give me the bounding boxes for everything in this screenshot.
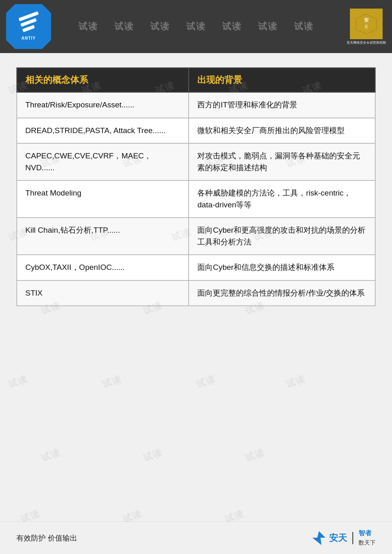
concept-table: 相关的概念体系 出现的背景 Threat/Risk/Exposure/Asset… — [16, 67, 376, 306]
header-wm-4: 试读 — [186, 20, 206, 33]
cell-right-3: 各种威胁建模的方法论，工具，risk-centric，data-driven等等 — [189, 180, 375, 218]
cell-right-4: 面向Cyber和更高强度的攻击和对抗的场景的分析工具和分析方法 — [189, 218, 375, 255]
header-watermark-row: 试读 试读 试读 试读 试读 试读 试读 — [78, 20, 314, 33]
footer: 有效防护 价值输出 安天 智者 数天下 — [0, 521, 392, 554]
footer-brand-text: 智者 数天下 — [359, 529, 376, 547]
svg-text:天: 天 — [364, 24, 368, 29]
cell-right-2: 对攻击模式，脆弱点，漏洞等各种基础的安全元素的标定和描述结构 — [189, 143, 375, 180]
footer-antiy-text: 安天 — [329, 532, 347, 544]
cell-left-1: DREAD,STRIDE,PASTA, Attack Tree...... — [17, 118, 189, 144]
wm-17: 试读 — [7, 372, 30, 391]
wm-19: 试读 — [194, 372, 218, 391]
wm-23: 试读 — [243, 446, 267, 464]
table-row: Threat Modeling各种威胁建模的方法论，工具，risk-centri… — [17, 180, 375, 218]
svg-marker-0 — [356, 14, 376, 34]
footer-lightning-icon — [311, 530, 327, 546]
cell-left-3: Threat Modeling — [17, 180, 189, 218]
header-wm-7: 试读 — [294, 20, 314, 33]
wm-20: 试读 — [284, 372, 307, 391]
col2-header: 出现的背景 — [189, 68, 375, 92]
header-wm-1: 试读 — [78, 20, 98, 33]
header-wm-6: 试读 — [258, 20, 278, 33]
table-header-row: 相关的概念体系 出现的背景 — [17, 68, 375, 92]
table-row: Kill Chain,钻石分析,TTP......面向Cyber和更高强度的攻击… — [17, 218, 375, 255]
header-right-logo: 安 天 安天网络安全令训营第四期 — [347, 9, 386, 45]
logo-label: ANTIY — [22, 36, 36, 40]
wm-22: 试读 — [141, 446, 165, 464]
cell-left-4: Kill Chain,钻石分析,TTP...... — [17, 218, 189, 255]
wm-21: 试读 — [39, 446, 62, 464]
right-logo-subtitle: 安天网络安全令训营第四期 — [347, 40, 386, 45]
logo-stripe-3 — [22, 25, 35, 32]
col1-header: 相关的概念体系 — [17, 68, 189, 92]
header: ANTIY 试读 试读 试读 试读 试读 试读 试读 安 天 安天网络安全令训营… — [0, 0, 392, 53]
cell-right-0: 西方的IT管理和标准化的背景 — [189, 92, 375, 118]
header-wm-5: 试读 — [222, 20, 242, 33]
table-row: DREAD,STRIDE,PASTA, Attack Tree......微软和… — [17, 118, 375, 144]
table-row: CAPEC,CWE,CVE,CVRF，MAEC，NVD......对攻击模式，脆… — [17, 143, 375, 180]
right-logo-svg: 安 天 — [354, 13, 379, 35]
cell-left-0: Threat/Risk/Exposure/Asset...... — [17, 92, 189, 118]
footer-divider — [352, 532, 353, 544]
cell-right-5: 面向Cyber和信息交换的描述和标准体系 — [189, 255, 375, 280]
footer-right: 安天 智者 数天下 — [311, 529, 376, 547]
table-row: STIX面向更完整的综合性的情报分析/作业/交换的体系 — [17, 280, 375, 306]
svg-text:安: 安 — [364, 18, 369, 22]
cell-left-6: STIX — [17, 280, 189, 306]
cell-right-1: 微软和相关安全厂商所推出的风险管理模型 — [189, 118, 375, 144]
svg-marker-3 — [312, 531, 325, 545]
main-content: 相关的概念体系 出现的背景 Threat/Risk/Exposure/Asset… — [0, 53, 392, 314]
cell-right-6: 面向更完整的综合性的情报分析/作业/交换的体系 — [189, 280, 375, 306]
header-wm-3: 试读 — [150, 20, 170, 33]
table-row: CybOX,TAXII，OpenIOC......面向Cyber和信息交换的描述… — [17, 255, 375, 280]
antiy-logo: ANTIY — [6, 4, 51, 49]
header-watermarks: 试读 试读 试读 试读 试读 试读 试读 — [0, 0, 392, 53]
wm-18: 试读 — [100, 372, 124, 391]
cell-left-5: CybOX,TAXII，OpenIOC...... — [17, 255, 189, 280]
right-logo-box: 安 天 — [350, 9, 383, 39]
logo-inner: ANTIY — [18, 13, 40, 40]
footer-slogan: 有效防护 价值输出 — [16, 533, 77, 543]
footer-logo: 安天 智者 数天下 — [311, 529, 376, 547]
header-wm-2: 试读 — [114, 20, 134, 33]
table-row: Threat/Risk/Exposure/Asset......西方的IT管理和… — [17, 92, 375, 118]
cell-left-2: CAPEC,CWE,CVE,CVRF，MAEC，NVD...... — [17, 143, 189, 180]
logo-stripes — [18, 13, 40, 35]
